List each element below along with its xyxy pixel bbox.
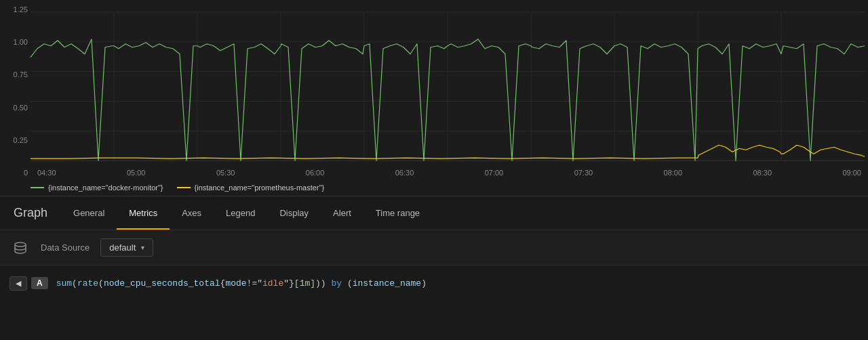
- y-label-100: 1.00: [3, 38, 28, 46]
- legend-color-prometheus: [177, 187, 191, 188]
- tab-axes[interactable]: Axes: [170, 196, 214, 230]
- y-label-075: 0.75: [3, 70, 28, 79]
- graph-label: Graph: [0, 206, 61, 220]
- q-label-val: idle: [262, 278, 283, 289]
- datasource-dropdown[interactable]: default ▾: [100, 238, 153, 257]
- y-axis-labels: 1.25 1.00 0.75 0.50 0.25 0: [0, 0, 31, 196]
- tab-time-range[interactable]: Time range: [363, 196, 432, 230]
- x-label-0730: 07:30: [574, 169, 593, 177]
- y-label-025: 0.25: [3, 136, 28, 144]
- query-collapse-button[interactable]: ◀: [9, 276, 27, 291]
- q-sum: sum: [56, 278, 72, 289]
- database-icon: [11, 238, 30, 257]
- y-label-125: 1.25: [3, 5, 28, 14]
- legend-label-prometheus: {instance_name="prometheus-master"}: [195, 184, 325, 192]
- x-label-0630: 06:30: [395, 169, 414, 177]
- q-metric: node_cpu_seconds_total: [104, 278, 220, 289]
- q-by: by: [331, 278, 342, 289]
- tabs-list: General Metrics Axes Legend Display Aler…: [61, 196, 432, 230]
- y-label-050: 0.50: [3, 104, 28, 112]
- tab-general[interactable]: General: [61, 196, 117, 230]
- x-label-0430: 04:30: [37, 169, 56, 177]
- y-label-0: 0: [3, 169, 28, 177]
- datasource-caret: ▾: [141, 244, 144, 251]
- x-label-0830: 08:30: [753, 169, 772, 177]
- chart-svg: [0, 0, 868, 196]
- datasource-section: Data Source default ▾: [0, 230, 868, 265]
- query-letter-badge: A: [31, 277, 48, 289]
- x-axis-labels: 04:30 05:00 05:30 06:00 06:30 07:00 07:3…: [31, 169, 868, 177]
- tabs-section: Graph General Metrics Axes Legend Displa…: [0, 196, 868, 230]
- chart-container: Panel Title ▼ 1.25 1.00 0.75 0.50 0.2: [0, 0, 868, 196]
- x-label-0900: 09:00: [842, 169, 861, 177]
- q-range: [1m]: [294, 278, 315, 289]
- legend-label-docker: {instance_name="docker-monitor"}: [48, 184, 163, 192]
- x-label-0500: 05:00: [127, 169, 146, 177]
- datasource-selected: default: [109, 242, 136, 253]
- x-label-0600: 06:00: [306, 169, 325, 177]
- tab-display[interactable]: Display: [267, 196, 321, 230]
- legend-item-docker: {instance_name="docker-monitor"}: [31, 184, 163, 192]
- x-label-0800: 08:00: [664, 169, 683, 177]
- collapse-icon: ◀: [16, 279, 21, 287]
- tab-legend[interactable]: Legend: [214, 196, 267, 230]
- q-rate: rate: [77, 278, 98, 289]
- query-controls: ◀ A: [9, 276, 48, 291]
- datasource-label: Data Source: [41, 242, 90, 253]
- x-label-0700: 07:00: [485, 169, 504, 177]
- svg-rect-0: [0, 0, 868, 196]
- query-expression[interactable]: sum(rate(node_cpu_seconds_total{mode!="i…: [56, 278, 427, 289]
- legend-item-prometheus: {instance_name="prometheus-master"}: [177, 184, 325, 192]
- tab-metrics[interactable]: Metrics: [117, 196, 170, 230]
- q-label-key: mode: [225, 278, 246, 289]
- svg-point-16: [15, 242, 26, 247]
- q-by-label: instance_name: [353, 278, 421, 289]
- chart-legend: {instance_name="docker-monitor"} {instan…: [31, 184, 324, 192]
- tab-alert[interactable]: Alert: [321, 196, 363, 230]
- x-label-0530: 05:30: [216, 169, 235, 177]
- legend-color-docker: [31, 187, 44, 188]
- query-section: ◀ A sum(rate(node_cpu_seconds_total{mode…: [0, 265, 868, 301]
